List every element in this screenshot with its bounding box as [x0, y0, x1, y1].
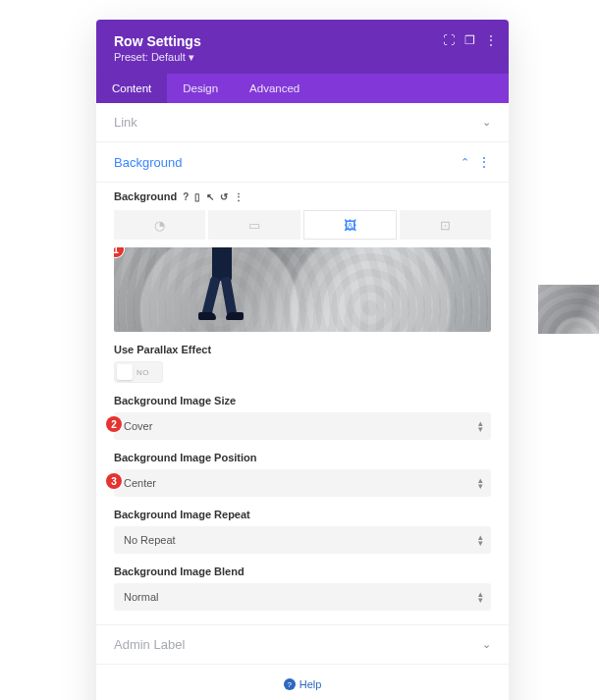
preset-label[interactable]: Preset: Default ▾	[114, 51, 491, 64]
background-content: Background ? ▯ ↖ ↺ ⋮ ◔ ▭ 🖼 ⊡ 1	[96, 183, 509, 625]
section-admin-label[interactable]: Admin Label ⌄	[96, 625, 509, 665]
gradient-icon: ▭	[248, 218, 260, 233]
options-icon[interactable]: ⋮	[234, 191, 244, 202]
chevron-up-icon: ⌃	[461, 156, 469, 169]
help-row[interactable]: ? Help	[96, 665, 509, 700]
bg-position-select[interactable]: Center ▴▾	[114, 469, 491, 497]
duplicate-icon[interactable]: ❐	[464, 33, 475, 47]
bg-type-color[interactable]: ◔	[114, 210, 205, 240]
main-tabs: Content Design Advanced	[96, 74, 509, 103]
mobile-icon[interactable]: ▯	[194, 191, 200, 202]
bg-size-select[interactable]: Cover ▴▾	[114, 412, 491, 440]
annotation-1: 1	[114, 247, 124, 257]
select-arrows-icon: ▴▾	[478, 477, 483, 489]
annotation-3: 3	[106, 473, 122, 489]
field-parallax: Use Parallax Effect NO	[114, 344, 491, 383]
help-label: Help	[300, 678, 322, 690]
tab-content[interactable]: Content	[96, 74, 167, 103]
chevron-down-icon: ⌄	[482, 638, 491, 651]
row-settings-modal: Row Settings Preset: Default ▾ ⛶ ❐ ⋮ Con…	[96, 20, 509, 700]
bg-type-video[interactable]: ⊡	[400, 210, 491, 240]
background-label-row: Background ? ▯ ↖ ↺ ⋮	[114, 190, 491, 202]
background-field-label: Background	[114, 190, 177, 202]
modal-header: Row Settings Preset: Default ▾ ⛶ ❐ ⋮	[96, 20, 509, 74]
section-admin-label-title: Admin Label	[114, 637, 185, 652]
bg-blend-label: Background Image Blend	[114, 565, 491, 577]
tab-design[interactable]: Design	[167, 74, 234, 103]
bg-blend-value: Normal	[124, 591, 158, 603]
field-bg-position: 3 Background Image Position Center ▴▾	[114, 452, 491, 497]
field-bg-blend: Background Image Blend Normal ▴▾	[114, 565, 491, 611]
section-background[interactable]: Background ⌃ ⋮	[96, 142, 509, 183]
question-icon: ?	[284, 678, 296, 690]
bg-position-value: Center	[124, 477, 156, 489]
bg-position-label: Background Image Position	[114, 452, 491, 463]
section-background-title: Background	[114, 155, 182, 170]
field-bg-size: 2 Background Image Size Cover ▴▾	[114, 395, 491, 440]
expand-icon[interactable]: ⛶	[443, 33, 455, 47]
section-more-icon[interactable]: ⋮	[477, 154, 491, 170]
section-link-title: Link	[114, 115, 137, 130]
bg-size-value: Cover	[124, 420, 152, 432]
bg-repeat-select[interactable]: No Repeat ▴▾	[114, 526, 491, 554]
bg-type-gradient[interactable]: ▭	[208, 210, 300, 240]
bg-type-image[interactable]: 🖼	[303, 210, 397, 240]
color-swatch-icon: ◔	[154, 218, 165, 233]
section-link[interactable]: Link ⌄	[96, 103, 509, 142]
annotation-2: 2	[106, 416, 122, 432]
parallax-toggle[interactable]: NO	[114, 361, 163, 383]
preview-figure	[202, 247, 242, 326]
background-type-tabs: ◔ ▭ 🖼 ⊡	[114, 210, 491, 240]
select-arrows-icon: ▴▾	[478, 420, 483, 432]
bg-size-label: Background Image Size	[114, 395, 491, 406]
bg-blend-select[interactable]: Normal ▴▾	[114, 583, 491, 611]
bg-repeat-value: No Repeat	[124, 534, 176, 546]
reset-icon[interactable]: ↺	[220, 191, 228, 202]
toggle-value: NO	[136, 368, 149, 377]
chevron-down-icon: ⌄	[482, 116, 491, 129]
parallax-label: Use Parallax Effect	[114, 344, 491, 355]
background-preview[interactable]: 1	[114, 247, 491, 332]
header-icons: ⛶ ❐ ⋮	[443, 33, 497, 47]
video-icon: ⊡	[440, 218, 451, 233]
help-icon[interactable]: ?	[183, 191, 189, 202]
field-bg-repeat: Background Image Repeat No Repeat ▴▾	[114, 509, 491, 554]
more-icon[interactable]: ⋮	[485, 33, 497, 47]
bg-repeat-label: Background Image Repeat	[114, 509, 491, 520]
external-preview-thumb	[538, 285, 599, 334]
select-arrows-icon: ▴▾	[478, 591, 483, 603]
modal-body: Link ⌄ Background ⌃ ⋮ Background ? ▯ ↖ ↺…	[96, 103, 509, 700]
modal-title: Row Settings	[114, 33, 491, 49]
select-arrows-icon: ▴▾	[478, 534, 483, 546]
hover-icon[interactable]: ↖	[206, 191, 214, 202]
tab-advanced[interactable]: Advanced	[234, 74, 315, 103]
image-icon: 🖼	[344, 218, 356, 233]
